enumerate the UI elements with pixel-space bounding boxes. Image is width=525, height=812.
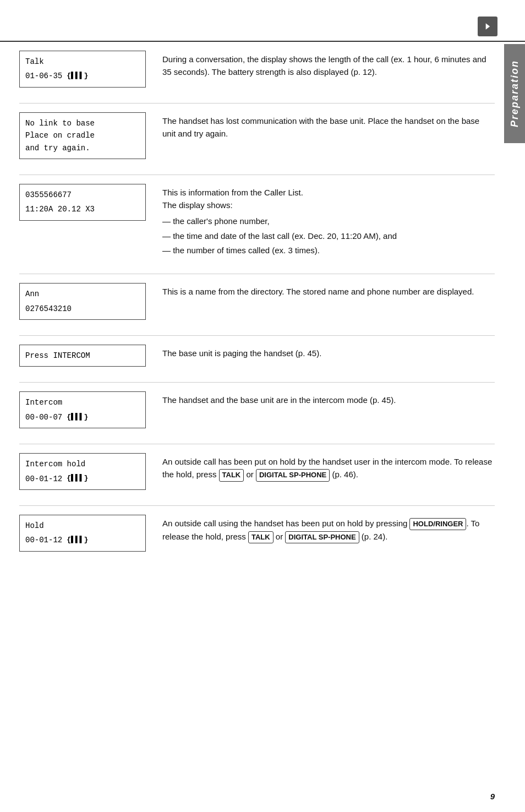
no-link-description: The handset has lost communication with … [162, 112, 495, 140]
intercom-display: Intercom 00-00-07 {▌▌▌} [19, 391, 146, 428]
intercom-time: 00-00-07 [25, 411, 62, 423]
intercom-time-line: 00-00-07 {▌▌▌} [25, 411, 140, 423]
intercom-battery: {▌▌▌} [67, 412, 88, 423]
arrow-right-icon [482, 21, 493, 32]
hold-time: 00-01-12 [25, 534, 62, 546]
digital-sp-phone-button: DIGITAL SP-PHONE [256, 469, 330, 481]
intercom-row: Intercom 00-00-07 {▌▌▌} The handset and … [19, 382, 495, 428]
caller-number: 0355566677 [25, 189, 140, 201]
intercom-hold-battery: {▌▌▌} [67, 473, 88, 484]
no-link-display: No link to base Place on cradle and try … [19, 112, 146, 159]
content-area: Talk 01-06-35 {▌▌▌} During a conversatio… [0, 42, 525, 552]
intercom-hold-description: An outside call has been put on hold by … [162, 453, 495, 481]
arrow-box [478, 17, 497, 36]
talk-battery: {▌▌▌} [67, 70, 88, 82]
intercom-hold-time: 00-01-12 [25, 473, 62, 485]
hold-digital-sp-phone-button: DIGITAL SP-PHONE [285, 531, 359, 543]
talk-description: During a conversation, the display shows… [162, 51, 495, 79]
page-container: Preparation Talk 01-06-35 {▌▌▌} During a… [0, 0, 525, 812]
talk-display: Talk 01-06-35 {▌▌▌} [19, 51, 146, 88]
no-link-row: No link to base Place on cradle and try … [19, 103, 495, 159]
intercom-hold-row: Intercom hold 00-01-12 {▌▌▌} An outside … [19, 444, 495, 490]
press-intercom-text: Press INTERCOM [25, 351, 90, 360]
vertical-tab: Preparation [504, 44, 525, 143]
press-intercom-row: Press INTERCOM The base unit is paging t… [19, 335, 495, 367]
press-intercom-description: The base unit is paging the handset (p. … [162, 345, 495, 359]
intercom-description: The handset and the base unit are in the… [162, 391, 495, 406]
caller-list-description: This is information from the Caller List… [162, 184, 495, 258]
talk-button: TALK [219, 469, 244, 481]
talk-line1: Talk [25, 56, 140, 68]
directory-number: 0276543210 [25, 303, 72, 315]
directory-row: Ann 0276543210 This is a name from the d… [19, 274, 495, 320]
directory-description: This is a name from the directory. The s… [162, 283, 495, 298]
no-link-text: No link to base Place on cradle and try … [25, 119, 95, 152]
hold-ringer-button: HOLD/RINGER [409, 518, 466, 530]
hold-battery: {▌▌▌} [67, 535, 88, 546]
directory-name: Ann [25, 288, 140, 300]
talk-time: 01-06-35 [25, 70, 62, 82]
directory-display: Ann 0276543210 [19, 283, 146, 320]
caller-list-row: 0355566677 11:20A 20.12 X3 This is infor… [19, 175, 495, 258]
intercom-label: Intercom [25, 396, 140, 408]
intercom-hold-label: Intercom hold [25, 458, 140, 470]
hold-row: Hold 00-01-12 {▌▌▌} An outside call usin… [19, 505, 495, 552]
hold-display: Hold 00-01-12 {▌▌▌} [19, 515, 146, 552]
hold-label: Hold [25, 520, 140, 532]
hold-talk-button: TALK [248, 531, 274, 543]
intercom-hold-time-line: 00-01-12 {▌▌▌} [25, 473, 140, 485]
caller-time-text: 11:20A 20.12 X3 [25, 203, 95, 215]
intercom-hold-display: Intercom hold 00-01-12 {▌▌▌} [19, 453, 146, 490]
caller-list-display: 0355566677 11:20A 20.12 X3 [19, 184, 146, 221]
hold-description: An outside call using the handset has be… [162, 515, 495, 543]
page-number: 9 [490, 792, 495, 801]
directory-number-line: 0276543210 [25, 303, 140, 315]
hold-time-line: 00-01-12 {▌▌▌} [25, 534, 140, 546]
top-arrow-area [0, 17, 525, 42]
caller-time-date: 11:20A 20.12 X3 [25, 203, 140, 215]
talk-line2: 01-06-35 {▌▌▌} [25, 70, 140, 82]
talk-row: Talk 01-06-35 {▌▌▌} During a conversatio… [19, 42, 495, 88]
press-intercom-display: Press INTERCOM [19, 345, 146, 367]
